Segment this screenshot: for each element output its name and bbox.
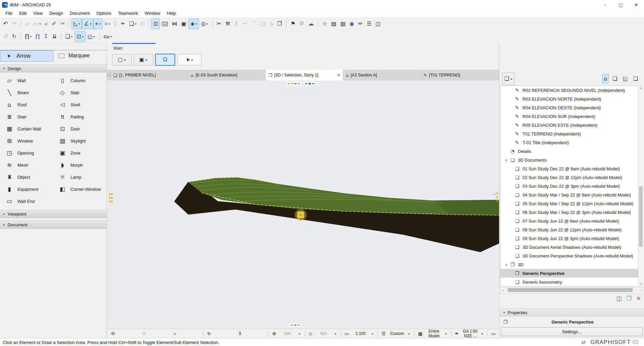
section-document[interactable]: ▸ Document [0, 221, 107, 229]
navigator-tree-item[interactable]: ❏ 02 Sun Study Dec 22 @ 12pm (Auto-rebui… [500, 173, 639, 182]
elevate-icon[interactable]: ⌂ ▾ [267, 18, 275, 29]
magic-pen-icon[interactable]: ✒ ▾ [119, 18, 127, 29]
view-settings-icon[interactable]: ◫ [616, 295, 622, 302]
tab-terreno[interactable]: ✎ [T01 TERRENO] [421, 70, 498, 80]
history-back-icon[interactable]: ↺ ▾ [1, 31, 10, 42]
lock-icon[interactable]: ⊓ ▾ [138, 18, 146, 29]
desk-settings-icon[interactable]: ∏ ▾ [34, 31, 42, 42]
dropdown-arrow-icon[interactable]: ▾ [79, 22, 80, 25]
navigator-tree-item[interactable]: ◔ Details [500, 147, 639, 156]
navigator-tree-item[interactable]: ✎ R04 ELEVACION OESTE (Independent) [500, 103, 639, 112]
tool-object[interactable]: ♜ Object [0, 171, 53, 183]
extend-icon[interactable]: ↥ ▾ [232, 18, 241, 29]
scroll-up-icon[interactable]: ∧ [638, 86, 644, 90]
scroll-left-icon[interactable]: ‹ [500, 288, 506, 293]
project-chooser-button[interactable]: ❏ ▸ [502, 72, 515, 85]
resize-icon[interactable]: ▢ ▾ [258, 18, 267, 29]
coordinate-input-icon[interactable]: ⌖ ▾ [93, 18, 103, 29]
sync-icon[interactable]: ⇄ [581, 339, 586, 345]
tool-railing[interactable]: π Railing [53, 111, 107, 123]
flyout-arrow-icon[interactable]: ▸ [372, 332, 374, 335]
dropdown-arrow-icon[interactable]: ▾ [109, 22, 110, 25]
navigator-tree-item[interactable]: ❑ Generic Axonometry [500, 278, 639, 286]
flyout-arrow-icon[interactable]: ▸ [125, 58, 126, 61]
flyout-arrow-icon[interactable]: ▸ [299, 332, 301, 335]
menu-view[interactable]: View [30, 9, 46, 17]
navigator-tree-item[interactable]: ❏ 07 Sun Study Jun 22 @ 9am (Auto-rebuil… [500, 217, 639, 225]
maximize-button[interactable]: ▢ [613, 0, 629, 9]
menu-file[interactable]: File [2, 9, 16, 17]
dropdown-arrow-icon[interactable]: ▾ [94, 35, 95, 38]
orbit-icon[interactable]: ↻ [205, 330, 236, 338]
section-line-badge[interactable] [286, 81, 302, 86]
navigator-tree-item[interactable]: ✎ T-01 Title (Independent) [500, 138, 639, 147]
layout-window-icon[interactable]: ◱ ▾ [86, 31, 97, 42]
properties-section-header[interactable]: ▾ Properties [499, 308, 644, 316]
navigator-tree-item[interactable]: ✎ R04 ELEVACION SUR (Independent) [500, 112, 639, 121]
vertical-scrollbar[interactable]: ∧ ∨ [638, 85, 644, 287]
tool-morph[interactable]: ◗ Morph [53, 159, 107, 171]
editing-plane-icon[interactable]: ◊ ▾ [112, 18, 119, 29]
dropdown-arrow-icon[interactable]: ▾ [196, 22, 197, 25]
zoom-options-icon[interactable]: ◇ N/A ▸ [306, 330, 339, 338]
dropdown-arrow-icon[interactable]: ▾ [111, 35, 112, 38]
redo-icon[interactable]: ↷ ▾ [10, 18, 18, 29]
scroll-right-icon[interactable]: › [639, 288, 644, 293]
navigator-tree-item[interactable]: ✎ R03 ELEVACION NORTE (Independent) [500, 95, 639, 103]
arrow-tool-button[interactable]: ➤ ▸ [177, 54, 201, 65]
navigator-tree-item[interactable]: ✎ R02 REFERENCIA SEGUNDO NIVEL (Independ… [500, 86, 639, 95]
tab-overview-button[interactable]: ∷ [107, 70, 111, 80]
marquee-restore-button[interactable]: ▢ ▸ [112, 54, 132, 65]
view-orientation-icon[interactable]: ◎ ▾ [199, 18, 210, 29]
horizontal-scroll-thumb[interactable] [508, 288, 633, 292]
explore-walk-icon[interactable]: ƛ [236, 330, 266, 338]
marquee-tool[interactable]: Marquee [54, 50, 107, 61]
tab-3d-selection[interactable]: ❐ [3D / Selection, Story 1] ✕ [266, 70, 343, 80]
model-filter-icon[interactable]: ▦ Entire Model ▸ [416, 330, 449, 338]
navigator-tree-item[interactable]: ❏ 01 Sun Study Dec 22 @ 9am (Auto-rebuil… [500, 164, 639, 173]
measure-icon[interactable]: 12 ▾ [160, 18, 170, 29]
tool-zone[interactable]: ▣ Zone [53, 147, 107, 159]
chamfer-icon[interactable]: ⌒ ▾ [249, 18, 258, 29]
flyout-arrow-icon[interactable]: ▸ [192, 58, 193, 61]
flag-list-icon[interactable]: ⚐ ▾ [297, 18, 306, 29]
cutaway-icon[interactable]: ◈ ▾ [188, 18, 199, 29]
navigator-tree-item[interactable]: ❏ 06 Sun Study Mar / Sep 22 @ 3pm (Auto-… [500, 208, 639, 217]
drag-shape-icon[interactable]: ▱ ▾ [23, 18, 31, 29]
flyout-arrow-icon[interactable]: ▸ [335, 332, 337, 335]
stretch-icon[interactable]: ⋈ ▾ [170, 18, 179, 29]
section-viewpoint[interactable]: ▸ Viewpoint [0, 210, 107, 218]
navigator-tree-item[interactable]: ∨ ❐ 3D [500, 260, 639, 269]
menu-design[interactable]: Design [46, 9, 66, 17]
tool-stair[interactable]: ≣ Stair [0, 111, 53, 123]
dropdown-arrow-icon[interactable]: ▾ [90, 22, 91, 25]
dimension-style-icon[interactable]: ▭ ▾ [31, 18, 43, 29]
3d-window-icon[interactable]: ⊡ ▾ [75, 31, 85, 42]
dropdown-arrow-icon[interactable]: ▾ [207, 22, 208, 25]
tool-wall-end[interactable]: ▭ Wall End [0, 195, 53, 207]
zoom-back-icon[interactable]: ⟲ [108, 330, 140, 338]
project-map-icon[interactable]: ⌂ [602, 74, 609, 83]
fillet-icon[interactable]: ⌐ ▾ [241, 18, 249, 29]
brush-icon[interactable]: ✏ ▾ [356, 18, 364, 29]
tool-slab[interactable]: ◇ Slab [53, 86, 107, 99]
frame-icon[interactable]: ◫ ▾ [374, 18, 383, 29]
navigator-tree-item[interactable]: ❏ 03 Sun Study Dec 22 @ 3pm (Auto-rebuil… [500, 182, 639, 190]
rendering-settings-icon[interactable]: ◉ ▾ [347, 18, 356, 29]
menu-options[interactable]: Options [93, 9, 115, 17]
navigator-tree-item[interactable]: ❏ 05 Sun Study Mar / Sep 22 @ 12pm (Auto… [500, 199, 639, 208]
view-map-icon[interactable]: ❏ [611, 74, 619, 83]
zoom-to-selection-icon[interactable]: ⌕ ▾ [43, 18, 50, 29]
tool-door[interactable]: ⊡ Door [53, 123, 107, 135]
undo-icon[interactable]: ↶ ▾ [1, 18, 10, 29]
favorites-star-icon[interactable]: ☆ ▾ [320, 18, 329, 29]
menu-teamwork[interactable]: Teamwork [115, 9, 141, 17]
visibility-badge[interactable]: ◉ [303, 81, 316, 86]
tool-mesh[interactable]: ≋ Mesh [0, 159, 53, 171]
navigator-tree-item[interactable]: ❏ 3D Document Perspective Shadows (Auto-… [500, 251, 639, 260]
clone-folder-icon[interactable]: ❐ [627, 295, 632, 302]
tool-corner-window[interactable]: ◧ Corner-Window [53, 183, 107, 195]
flag-icon[interactable]: ⚑ ▾ [289, 18, 297, 29]
guide-lines-icon[interactable]: ∠ ▾ [82, 18, 93, 29]
dropdown-arrow-icon[interactable]: ▾ [30, 35, 32, 38]
